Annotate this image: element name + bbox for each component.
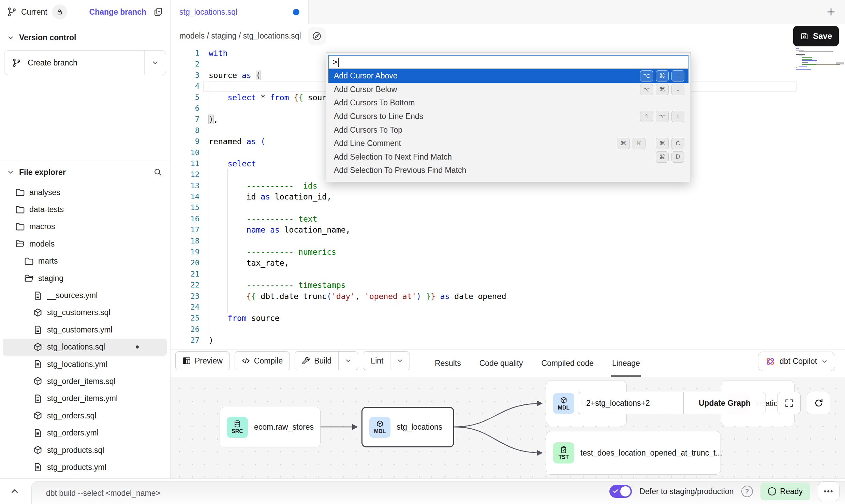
file-row-stg_customers.yml[interactable]: stg_customers.yml <box>3 321 167 338</box>
palette-item[interactable]: Add Cursor Below⌥⌘↓ <box>328 83 688 97</box>
palette-item[interactable]: Add Line Comment⌘K⌘C <box>328 137 688 150</box>
code-line-24[interactable]: 24 <box>171 302 845 313</box>
fullscreen-button[interactable] <box>777 392 801 414</box>
update-graph-button[interactable]: Update Graph <box>684 392 766 414</box>
lineage-selector-input[interactable]: 2+stg_locations+2 <box>578 392 684 414</box>
file-row-stg_orders.sql[interactable]: stg_orders.sql <box>3 407 167 424</box>
palette-item[interactable]: Add Selection To Previous Find Match <box>328 164 688 177</box>
new-tab-button[interactable] <box>825 6 837 18</box>
keycap: K <box>633 138 646 149</box>
search-icon[interactable] <box>153 167 163 177</box>
tab-compiled-code[interactable]: Compiled code <box>532 350 603 377</box>
folder-open-icon <box>15 239 25 249</box>
line-number: 11 <box>171 158 199 169</box>
ready-label: Ready <box>780 487 803 496</box>
file-row-__sources.yml[interactable]: __sources.yml <box>3 287 167 304</box>
tab-results[interactable]: Results <box>426 350 470 377</box>
refresh-button[interactable] <box>807 392 830 414</box>
doc-icon <box>33 394 43 404</box>
chevron-down-icon <box>7 168 14 176</box>
code-line-21[interactable]: 21 <box>171 269 845 280</box>
code-line-18[interactable]: 18 <box>171 236 845 247</box>
create-branch-dropdown[interactable] <box>144 51 166 75</box>
palette-item[interactable]: Add Cursors To Top <box>328 123 688 137</box>
file-name: stg_orders.yml <box>47 428 99 438</box>
folder-icon <box>15 187 25 197</box>
file-row-staging[interactable]: staging <box>3 270 167 287</box>
chevron-up-icon[interactable] <box>10 486 20 496</box>
file-name: models <box>29 239 55 249</box>
lineage-node-test[interactable]: TST test_does_location_opened_at_trunc_t… <box>546 431 721 475</box>
code-line-19[interactable]: 19 ---------- numerics <box>171 247 845 257</box>
file-row-data-tests[interactable]: data-tests <box>3 201 167 218</box>
code-line-26[interactable]: 26 <box>171 324 845 335</box>
create-branch-button[interactable]: Create branch <box>4 50 166 75</box>
lineage-node-source[interactable]: SRC ecom.raw_stores <box>220 407 321 447</box>
line-number: 8 <box>171 125 199 136</box>
code-line-15[interactable]: 15 <box>171 202 845 213</box>
line-number: 12 <box>171 169 199 180</box>
code-line-27[interactable]: 27) <box>171 335 845 346</box>
build-label: Build <box>314 356 331 366</box>
save-button[interactable]: Save <box>793 26 839 46</box>
palette-item[interactable]: Add Cursors To Bottom <box>328 96 688 110</box>
line-number: 18 <box>171 236 199 247</box>
tab-code-quality[interactable]: Code quality <box>470 350 532 377</box>
lint-dropdown[interactable] <box>390 352 410 370</box>
palette-item[interactable]: Add Cursors to Line Ends⇧⌥I <box>328 110 688 123</box>
palette-item[interactable]: Add Cursor Above⌥⌘↑ <box>328 69 688 83</box>
command-palette-input[interactable]: > <box>328 55 688 69</box>
code-line-14[interactable]: 14 id as location_id, <box>171 191 845 202</box>
code-line-23[interactable]: 23 {{ dbt.date_trunc('day', 'opened_at')… <box>171 291 845 302</box>
code-line-22[interactable]: 22 ---------- timestamps <box>171 280 845 291</box>
code-line-16[interactable]: 16 ---------- text <box>171 213 845 224</box>
line-number: 13 <box>171 180 199 191</box>
file-row-stg_order_items.sql[interactable]: stg_order_items.sql <box>3 373 167 390</box>
file-row-stg_products.sql[interactable]: stg_products.sql <box>3 442 167 459</box>
build-button[interactable]: Build <box>295 351 358 370</box>
compass-icon[interactable] <box>308 27 326 45</box>
code-line-17[interactable]: 17 name as location_name, <box>171 224 845 235</box>
help-icon[interactable]: ? <box>741 486 753 497</box>
palette-item[interactable]: Add Selection To Next Find Match⌘D <box>328 150 688 164</box>
folder-open-icon <box>24 273 34 283</box>
lineage-canvas[interactable]: SRC ecom.raw_stores MDL stg_locations MD… <box>171 377 845 478</box>
keycap: ⌘ <box>656 84 669 95</box>
file-row-macros[interactable]: macros <box>3 218 167 235</box>
preview-button[interactable]: Preview <box>175 351 230 370</box>
defer-toggle[interactable] <box>609 485 632 498</box>
file-row-analyses[interactable]: analyses <box>3 184 167 201</box>
tab-stg-locations[interactable]: stg_locations.sql <box>171 0 309 24</box>
file-row-stg_order_items.yml[interactable]: stg_order_items.yml <box>3 390 167 407</box>
dbt-copilot-logo-icon <box>765 356 775 367</box>
more-options-button[interactable]: ••• <box>818 481 840 501</box>
minimap-slider[interactable] <box>836 62 844 64</box>
build-dropdown[interactable] <box>338 352 358 370</box>
code-line-25[interactable]: 25 from source <box>171 313 845 324</box>
change-branch-link[interactable]: Change branch <box>89 8 146 17</box>
compile-button[interactable]: Compile <box>235 351 290 370</box>
minimap[interactable] <box>796 48 836 70</box>
file-row-stg_orders.yml[interactable]: stg_orders.yml <box>3 424 167 441</box>
file-row-marts[interactable]: marts <box>3 253 167 270</box>
doc-icon <box>33 359 43 369</box>
lineage-node-stg-locations[interactable]: MDL stg_locations <box>361 407 454 447</box>
dbt-copilot-button[interactable]: dbt Copilot <box>758 352 835 371</box>
badge-label: SRC <box>232 428 243 434</box>
file-row-stg_products.yml[interactable]: stg_products.yml <box>3 459 167 476</box>
version-control-section-header[interactable]: Version control <box>0 24 170 42</box>
file-row-stg_customers.sql[interactable]: stg_customers.sql <box>3 304 167 321</box>
file-row-models[interactable]: models <box>3 235 167 252</box>
lint-button[interactable]: Lint <box>363 351 410 370</box>
file-row-stg_locations.sql[interactable]: stg_locations.sql <box>3 339 167 356</box>
ready-status-badge[interactable]: Ready <box>760 483 810 500</box>
keycap: ↓ <box>671 84 684 95</box>
file-explorer-section-header[interactable]: File explorer <box>0 163 170 181</box>
copy-icon[interactable] <box>153 7 163 17</box>
code-line-20[interactable]: 20 tax_rate, <box>171 257 845 268</box>
command-palette: > Add Cursor Above⌥⌘↑Add Cursor Below⌥⌘↓… <box>326 52 691 182</box>
file-row-stg_locations.yml[interactable]: stg_locations.yml <box>3 356 167 373</box>
tab-lineage[interactable]: Lineage <box>603 350 649 377</box>
unsaved-dot-icon <box>293 9 299 15</box>
keycap: ⌥ <box>640 70 653 81</box>
